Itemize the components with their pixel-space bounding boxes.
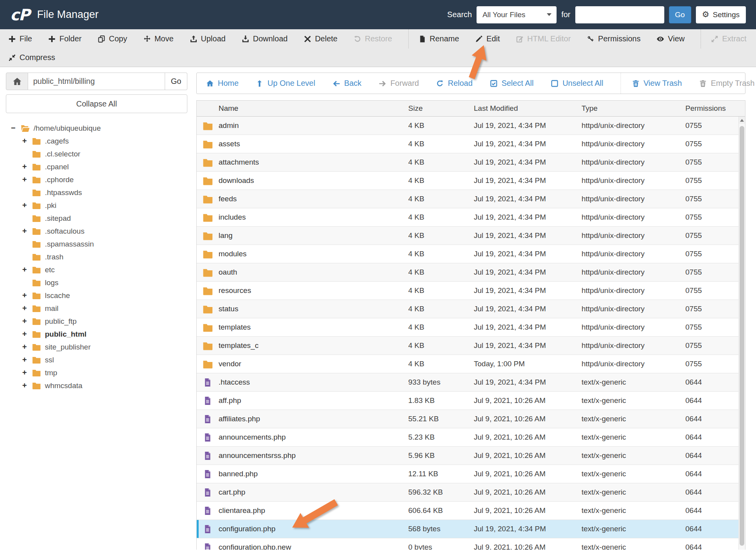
table-row[interactable]: assets 4 KB Jul 19, 2021, 4:34 PM httpd/…	[197, 135, 745, 153]
toolbar-button[interactable]: Edit	[475, 29, 500, 48]
table-row[interactable]: includes 4 KB Jul 19, 2021, 4:34 PM http…	[197, 208, 745, 227]
tree-toggle[interactable]: −	[11, 124, 20, 133]
path-input[interactable]	[28, 73, 165, 90]
column-header-type[interactable]: Type	[575, 104, 679, 113]
tree-item[interactable]: + ssl	[6, 353, 187, 366]
table-row[interactable]: configuration.php 568 bytes Jul 19, 2021…	[197, 520, 745, 538]
tree-item[interactable]: .trash	[6, 250, 187, 263]
tree-toggle[interactable]: +	[22, 317, 32, 326]
nav-button[interactable]: Forward	[379, 73, 419, 94]
nav-button[interactable]: Select All	[490, 73, 534, 94]
tree-toggle[interactable]: +	[22, 304, 32, 313]
table-row[interactable]: vendor 4 KB Today, 1:00 PM httpd/unix-di…	[197, 355, 745, 373]
table-row[interactable]: affiliates.php 55.21 KB Jul 9, 2021, 10:…	[197, 410, 745, 428]
path-go-button[interactable]: Go	[165, 73, 187, 90]
table-row[interactable]: downloads 4 KB Jul 19, 2021, 4:34 PM htt…	[197, 172, 745, 190]
tree-item[interactable]: + tmp	[6, 366, 187, 379]
collapse-all-button[interactable]: Collapse All	[6, 94, 187, 113]
table-row[interactable]: aff.php 1.83 KB Jul 9, 2021, 10:26 AM te…	[197, 392, 745, 410]
tree-item[interactable]: + .cagefs	[6, 135, 187, 147]
tree-item[interactable]: .spamassassin	[6, 238, 187, 250]
tree-item[interactable]: + site_publisher	[6, 341, 187, 353]
tree-item[interactable]: + .cpanel	[6, 160, 187, 173]
tree-toggle[interactable]: +	[22, 175, 32, 184]
nav-button[interactable]: Home	[206, 73, 238, 94]
toolbar-button[interactable]: Restore	[354, 29, 392, 48]
column-header-last-modified[interactable]: Last Modified	[468, 104, 575, 113]
nav-button[interactable]: Reload	[436, 73, 472, 94]
table-row[interactable]: templates_c 4 KB Jul 19, 2021, 4:34 PM h…	[197, 337, 745, 355]
tree-item[interactable]: .cl.selector	[6, 147, 187, 160]
table-row[interactable]: clientarea.php 606.64 KB Jul 9, 2021, 10…	[197, 502, 745, 520]
tree-item[interactable]: logs	[6, 276, 187, 289]
column-header-permissions[interactable]: Permissions	[679, 104, 745, 113]
toolbar-button[interactable]: Upload	[190, 29, 226, 48]
toolbar-button[interactable]: Extract	[701, 29, 746, 48]
tree-toggle[interactable]: +	[22, 201, 32, 210]
nav-button[interactable]: View Trash	[621, 73, 682, 94]
search-go-button[interactable]: Go	[669, 6, 691, 23]
nav-button[interactable]: Unselect All	[551, 73, 603, 94]
settings-button[interactable]: ⚙ Settings	[696, 6, 746, 23]
table-row[interactable]: status 4 KB Jul 19, 2021, 4:34 PM httpd/…	[197, 300, 745, 318]
table-row[interactable]: admin 4 KB Jul 19, 2021, 4:34 PM httpd/u…	[197, 117, 745, 135]
toolbar-button[interactable]: Folder	[48, 29, 82, 48]
toolbar-button[interactable]: HTML Editor	[516, 29, 571, 48]
tree-item[interactable]: .htpasswds	[6, 186, 187, 199]
toolbar-button[interactable]: Permissions	[587, 29, 640, 48]
table-row[interactable]: feeds 4 KB Jul 19, 2021, 4:34 PM httpd/u…	[197, 190, 745, 208]
tree-toggle[interactable]: +	[22, 291, 32, 300]
search-input[interactable]	[575, 6, 664, 23]
table-row[interactable]: lang 4 KB Jul 19, 2021, 4:34 PM httpd/un…	[197, 227, 745, 245]
nav-button[interactable]: Empty Trash	[699, 73, 754, 94]
tree-item[interactable]: + .cphorde	[6, 173, 187, 186]
tree-item[interactable]: + etc	[6, 263, 187, 276]
table-row[interactable]: announcements.php 5.23 KB Jul 9, 2021, 1…	[197, 428, 745, 447]
scrollbar-up-button[interactable]	[739, 117, 745, 124]
toolbar-button[interactable]: View	[656, 29, 685, 48]
table-row[interactable]: attachments 4 KB Jul 19, 2021, 4:34 PM h…	[197, 153, 745, 172]
toolbar-button[interactable]: Download	[242, 29, 288, 48]
tree-item[interactable]: + .softaculous	[6, 225, 187, 238]
table-row[interactable]: resources 4 KB Jul 19, 2021, 4:34 PM htt…	[197, 282, 745, 300]
column-header-size[interactable]: Size	[402, 104, 468, 113]
toolbar-button[interactable]: Rename	[408, 29, 459, 48]
toolbar-button[interactable]: File	[8, 29, 32, 48]
toolbar-button[interactable]: Compress	[8, 48, 55, 67]
tree-toggle[interactable]: +	[22, 368, 32, 377]
tree-item[interactable]: + mail	[6, 302, 187, 315]
toolbar-button[interactable]: Copy	[98, 29, 127, 48]
tree-item[interactable]: + public_html	[6, 328, 187, 341]
tree-toggle[interactable]: +	[22, 227, 32, 236]
tree-toggle[interactable]: +	[22, 330, 32, 339]
toolbar-button[interactable]: Delete	[304, 29, 338, 48]
table-row[interactable]: banned.php 12.11 KB Jul 9, 2021, 10:26 A…	[197, 465, 745, 483]
table-row[interactable]: configuration.php.new 0 bytes Jul 9, 202…	[197, 538, 745, 550]
table-row[interactable]: templates 4 KB Jul 19, 2021, 4:34 PM htt…	[197, 318, 745, 337]
tree-item[interactable]: + whmcsdata	[6, 379, 187, 392]
nav-button[interactable]: Back	[333, 73, 361, 94]
table-row[interactable]: cart.php 596.32 KB Jul 9, 2021, 10:26 AM…	[197, 483, 745, 502]
tree-toggle[interactable]: +	[22, 265, 32, 274]
table-row[interactable]: modules 4 KB Jul 19, 2021, 4:34 PM httpd…	[197, 245, 745, 263]
tree-item[interactable]: .sitepad	[6, 212, 187, 225]
tree-item[interactable]: + lscache	[6, 289, 187, 302]
toolbar-button[interactable]: Move	[143, 29, 174, 48]
tree-toggle[interactable]: +	[22, 162, 32, 171]
scrollbar-thumb[interactable]	[740, 126, 744, 546]
table-row[interactable]: oauth 4 KB Jul 19, 2021, 4:34 PM httpd/u…	[197, 263, 745, 282]
nav-button[interactable]: Up One Level	[256, 73, 315, 94]
tree-item[interactable]: − /home/ubiqueubique	[6, 122, 187, 135]
tree-toggle[interactable]: +	[22, 381, 32, 390]
tree-toggle[interactable]: +	[22, 355, 32, 364]
tree-item[interactable]: + .pki	[6, 199, 187, 212]
table-row[interactable]: announcementsrss.php 5.96 KB Jul 9, 2021…	[197, 447, 745, 465]
table-row[interactable]: .htaccess 933 bytes Jul 19, 2021, 4:34 P…	[197, 373, 745, 392]
home-directory-button[interactable]	[6, 73, 28, 90]
vertical-scrollbar[interactable]	[738, 117, 745, 550]
column-header-name[interactable]: Name	[219, 104, 402, 113]
tree-item[interactable]: + public_ftp	[6, 315, 187, 328]
tree-toggle[interactable]: +	[22, 342, 32, 351]
tree-toggle[interactable]: +	[22, 137, 32, 145]
search-scope-select[interactable]: All Your Files	[477, 6, 557, 23]
